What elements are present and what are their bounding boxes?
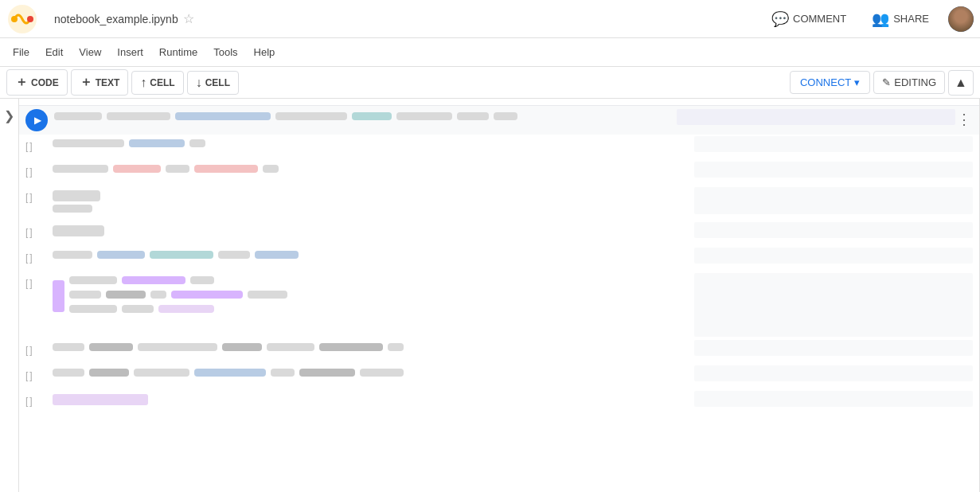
editing-button[interactable]: ✎ EDITING [873,71,945,94]
cell-output [694,248,973,264]
table-row: [ ] [19,389,979,415]
notebook: ▶ ⋮ [ ] [19,99,979,492]
menu-runtime[interactable]: Runtime [153,43,204,61]
run-cell-button[interactable]: ▶ [25,109,48,131]
first-cell-output [677,109,955,125]
comment-label: COMMENT [793,13,846,25]
file-name[interactable]: notebook_example.ipynb [54,13,178,25]
cell-content[interactable] [53,273,691,322]
cell-bracket: [ ] [25,340,49,356]
svg-point-1 [11,16,18,22]
menu-view[interactable]: View [72,43,107,61]
svg-point-2 [27,16,33,22]
menubar: File Edit View Insert Runtime Tools Help [0,38,980,67]
cell-bracket: [ ] [25,391,49,407]
cell-bracket: [ ] [25,222,49,238]
share-icon: 👥 [872,10,889,28]
cell-output [694,222,973,238]
cell-bracket: [ ] [25,136,49,152]
avatar[interactable] [948,6,974,32]
main-area: ❯ ▶ ⋮ [0,99,980,492]
cell-output [694,162,973,178]
cell-output [694,187,973,214]
chevron-right-icon: ❯ [4,108,14,123]
play-icon: ▶ [34,115,41,126]
more-options-icon[interactable]: ⋮ [955,109,973,130]
cell-content[interactable] [53,365,691,383]
connect-label: CONNECT [800,76,851,88]
cell-bracket: [ ] [25,248,49,264]
toolbar: ＋ CODE ＋ TEXT ↑ CELL ↓ CELL CONNECT ▾ ✎ … [0,67,980,99]
cell-content[interactable] [53,136,691,154]
arrow-up-icon: ↑ [140,76,146,90]
chevron-down-icon: ▾ [854,76,860,88]
cell-down-button[interactable]: ↓ CELL [187,71,239,95]
cell-content[interactable] [53,391,691,412]
table-row: [ ] [19,135,979,160]
colab-logo[interactable] [6,3,38,35]
cell-content[interactable] [53,248,691,265]
star-icon[interactable]: ☆ [183,11,194,26]
cell-content[interactable] [53,187,691,219]
table-row: [ ] [19,221,979,246]
avatar-image [948,6,974,32]
menu-edit[interactable]: Edit [39,43,69,61]
cell-bracket: [ ] [25,365,49,381]
text-icon: ＋ [80,74,92,91]
table-row: [ ] [19,246,979,271]
cell-bracket: [ ] [25,162,49,178]
cell-up-label: CELL [150,77,174,88]
cell-output [694,136,973,152]
left-panel-toggle[interactable]: ❯ [0,99,19,492]
file-title-area: notebook_example.ipynb ☆ [54,11,765,26]
collapse-icon: ▲ [955,76,967,90]
cell-bracket: [ ] [25,273,49,289]
arrow-down-icon: ↓ [196,76,202,90]
plus-icon: ＋ [15,74,28,91]
cell-bracket: [ ] [25,187,49,203]
text-button[interactable]: ＋ TEXT [71,69,129,96]
cell-content[interactable] [53,222,691,243]
menu-help[interactable]: Help [248,43,282,61]
cell-output [694,273,973,337]
share-label: SHARE [893,13,929,25]
text-label: TEXT [96,77,120,88]
topbar: notebook_example.ipynb ☆ 💬 COMMENT 👥 SHA… [0,0,980,38]
first-cell-content [54,109,677,127]
cell-down-label: CELL [205,77,230,88]
logo-area [6,3,54,35]
editing-label: EDITING [894,76,936,88]
cell-output [694,365,973,381]
table-row: [ ] [19,364,979,389]
right-actions: 💬 COMMENT 👥 SHARE [765,6,974,32]
menu-file[interactable]: File [6,43,36,61]
table-row: [ ] [19,185,979,221]
cell-content[interactable] [53,340,691,357]
menu-insert[interactable]: Insert [111,43,150,61]
cell-up-button[interactable]: ↑ CELL [131,71,183,95]
comment-button[interactable]: 💬 COMMENT [765,7,853,31]
table-row: [ ] [19,271,979,338]
table-row: [ ] [19,338,979,364]
code-label: CODE [31,77,59,88]
cell-output [694,340,973,356]
share-button[interactable]: 👥 SHARE [865,7,935,31]
code-button[interactable]: ＋ CODE [6,69,68,96]
collapse-button[interactable]: ▲ [948,70,974,96]
table-row: [ ] [19,160,979,185]
connect-button[interactable]: CONNECT ▾ [790,71,870,94]
first-cell: ▶ ⋮ [19,105,979,135]
comment-icon: 💬 [771,10,789,28]
cell-output [694,391,973,407]
cell-content[interactable] [53,162,691,179]
menu-tools[interactable]: Tools [207,43,244,61]
pencil-icon: ✎ [882,76,891,88]
